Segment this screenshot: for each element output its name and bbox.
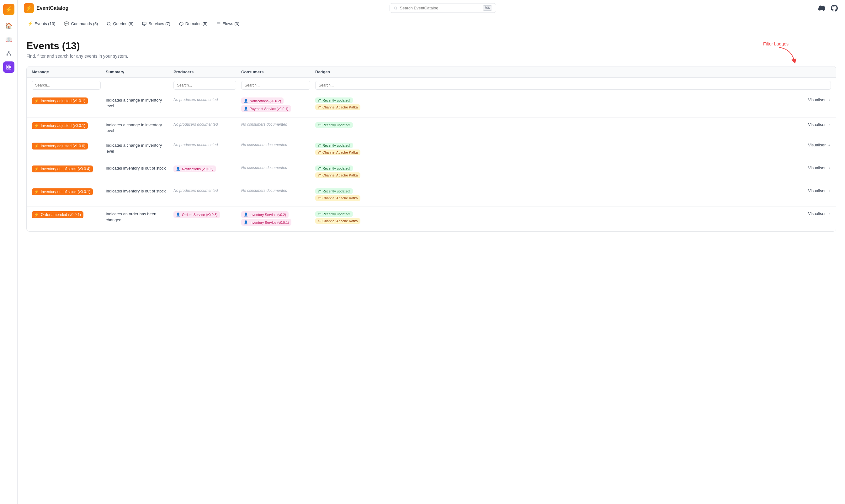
badge-recently-updated: 🏷 Recently updated! xyxy=(315,143,353,148)
row-consumers: No consumers documented xyxy=(241,143,310,147)
search-bar[interactable]: ⌘K xyxy=(390,3,496,13)
badge-channel: 🏷 Channel:Apache Kafka xyxy=(315,173,360,178)
no-consumers: No consumers documented xyxy=(241,143,287,147)
no-consumers: No consumers documented xyxy=(241,165,287,170)
svg-point-2 xyxy=(10,55,11,55)
sidebar-item-home[interactable]: 🏠 xyxy=(3,20,14,31)
row-consumers: No consumers documented xyxy=(241,188,310,193)
visualiser-link[interactable]: Visualiser → xyxy=(808,122,831,127)
consumer-name: Notifications (v0.0.2) xyxy=(250,99,281,103)
tab-domains-label: Domains (5) xyxy=(186,21,208,26)
consumer-badge[interactable]: 👤 Payment Service (v0.0.1) xyxy=(241,105,291,112)
svg-marker-14 xyxy=(179,22,183,26)
sidebar-item-nodes[interactable] xyxy=(3,48,14,59)
no-producers: No producers documented xyxy=(174,122,218,127)
service-icon: 👤 xyxy=(176,167,180,171)
no-producers: No producers documented xyxy=(174,188,218,193)
tab-flows[interactable]: Flows (3) xyxy=(213,19,243,28)
no-consumers: No consumers documented xyxy=(241,122,287,127)
producer-badge[interactable]: 👤 Notifications (v0.0.2) xyxy=(174,165,216,172)
table-header: Message Summary Producers Consumers Badg… xyxy=(27,67,836,78)
tab-domains[interactable]: Domains (5) xyxy=(175,19,211,28)
visualiser-link[interactable]: Visualiser → xyxy=(808,97,831,102)
row-badges-and-link: 🏷 Recently updated! 🏷 Channel:Apache Kaf… xyxy=(315,143,831,157)
row-consumers: No consumers documented xyxy=(241,165,310,170)
consumer-badge[interactable]: 👤 Inventory Service (v0.2) xyxy=(241,211,288,218)
event-badge[interactable]: ⚡ Order amended (v0.0.1) xyxy=(32,211,84,218)
visualiser-link[interactable]: Visualiser → xyxy=(808,143,831,147)
search-input[interactable] xyxy=(400,6,480,10)
badge-channel: 🏷 Channel:Apache Kafka xyxy=(315,104,360,110)
bolt-icon: ⚡ xyxy=(34,124,39,128)
tab-commands-label: Commands (5) xyxy=(71,21,98,26)
logo: ⚡ EventCatalog xyxy=(24,3,68,13)
visualiser-link[interactable]: Visualiser → xyxy=(808,165,831,170)
message-search-cell[interactable] xyxy=(32,81,101,90)
consumers-search-input[interactable] xyxy=(241,81,310,90)
search-filter-row xyxy=(27,78,836,93)
event-name: Inventory out of stock (v0.0.1) xyxy=(41,190,90,194)
visualiser-link[interactable]: Visualiser → xyxy=(808,211,831,216)
event-badge[interactable]: ⚡ Inventory out of stock (v0.0.1) xyxy=(32,188,93,195)
badges-search-cell[interactable] xyxy=(315,81,831,90)
header: ⚡ EventCatalog ⌘K xyxy=(18,0,845,16)
page-content: Filter badges Events (13) Find, filter a… xyxy=(18,31,845,504)
discord-icon[interactable] xyxy=(817,4,826,13)
tab-queries[interactable]: Queries (8) xyxy=(103,19,137,28)
event-badge[interactable]: ⚡ Inventory adjusted (v1.0.1) xyxy=(32,97,88,104)
tab-services-label: Services (7) xyxy=(148,21,170,26)
col-badges: Badges xyxy=(315,70,831,74)
consumers-search-cell[interactable] xyxy=(241,81,310,90)
message-search-input[interactable] xyxy=(32,81,101,90)
sidebar-item-book[interactable]: 📖 xyxy=(3,34,14,45)
producers-search-input[interactable] xyxy=(174,81,236,90)
service-icon: 👤 xyxy=(176,213,180,217)
tab-events[interactable]: ⚡ Events (13) xyxy=(24,19,59,28)
badge-channel: 🏷 Channel:Apache Kafka xyxy=(315,218,360,224)
tab-services[interactable]: Services (7) xyxy=(138,19,174,28)
badge-channel: 🏷 Channel:Apache Kafka xyxy=(315,149,360,155)
row-consumers: No consumers documented xyxy=(241,122,310,127)
table-row: ⚡ Inventory out of stock (v0.0.4) Indica… xyxy=(27,161,836,184)
row-producers: 👤 Orders Service (v0.0.3) xyxy=(174,211,236,219)
svg-rect-8 xyxy=(9,68,11,69)
visualiser-link[interactable]: Visualiser → xyxy=(808,188,831,193)
badges-col: 🏷 Recently updated! 🏷 Channel:Apache Kaf… xyxy=(315,97,360,111)
table-row: ⚡ Order amended (v0.0.1) Indicates an or… xyxy=(27,207,836,231)
tab-commands[interactable]: 💬 Commands (5) xyxy=(60,19,102,28)
consumer-badge[interactable]: 👤 Inventory Service (v0.0.1) xyxy=(241,219,292,226)
events-table: Message Summary Producers Consumers Badg… xyxy=(27,66,836,232)
tab-queries-label: Queries (8) xyxy=(113,21,133,26)
table-row: ⚡ Inventory adjusted (v1.0.0) Indicates … xyxy=(27,138,836,161)
commands-icon: 💬 xyxy=(64,21,69,26)
badge-recently-updated: 🏷 Recently updated! xyxy=(315,122,353,128)
row-consumers: 👤 Inventory Service (v0.2) 👤 Inventory S… xyxy=(241,211,310,227)
tag-icon: 🏷 xyxy=(318,189,321,193)
badges-search-input[interactable] xyxy=(315,81,831,90)
tag-icon: 🏷 xyxy=(318,196,321,200)
tag-icon: 🏷 xyxy=(318,150,321,154)
github-icon[interactable] xyxy=(830,4,839,13)
row-summary: Indicates a change in inventory level xyxy=(106,97,169,109)
producers-search-cell[interactable] xyxy=(174,81,236,90)
consumer-badge[interactable]: 👤 Notifications (v0.0.2) xyxy=(241,97,284,104)
tag-icon: 🏷 xyxy=(318,123,321,127)
svg-rect-11 xyxy=(143,22,146,24)
event-badge[interactable]: ⚡ Inventory out of stock (v0.0.4) xyxy=(32,165,93,173)
svg-rect-7 xyxy=(6,68,8,69)
event-badge[interactable]: ⚡ Inventory adjusted (v0.0.1) xyxy=(32,122,88,129)
badge-recently-updated: 🏷 Recently updated! xyxy=(315,165,353,171)
consumer-name: Inventory Service (v0.0.1) xyxy=(250,221,289,224)
svg-rect-6 xyxy=(9,65,11,67)
logo-badge: ⚡ xyxy=(24,3,34,13)
event-badge[interactable]: ⚡ Inventory adjusted (v1.0.0) xyxy=(32,143,88,149)
producer-badge[interactable]: 👤 Orders Service (v0.0.3) xyxy=(174,211,220,218)
row-message: ⚡ Inventory adjusted (v1.0.1) xyxy=(32,97,101,104)
sidebar-item-grid[interactable] xyxy=(3,61,14,73)
row-badges-and-link: 🏷 Recently updated! 🏷 Channel:Apache Kaf… xyxy=(315,211,831,225)
producer-name: Orders Service (v0.0.3) xyxy=(182,213,218,217)
summary-search-cell xyxy=(106,81,169,90)
row-producers: 👤 Notifications (v0.0.2) xyxy=(174,165,236,173)
search-shortcut: ⌘K xyxy=(483,5,492,11)
event-name: Inventory adjusted (v1.0.0) xyxy=(41,144,85,148)
